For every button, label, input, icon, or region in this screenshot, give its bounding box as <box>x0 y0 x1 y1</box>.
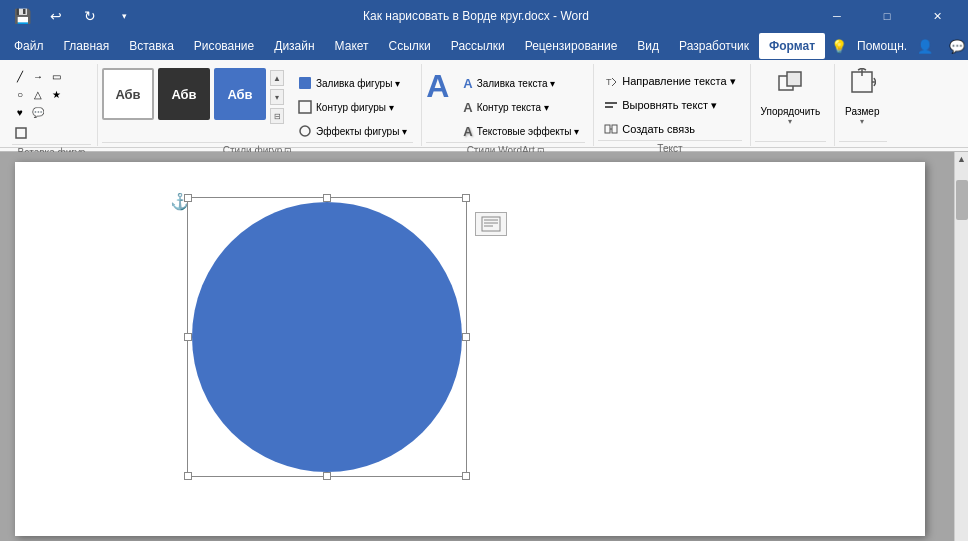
arrange-content: Упорядочить ▾ <box>755 64 827 141</box>
text-effect-btn[interactable]: A Текстовые эффекты ▾ <box>457 120 585 142</box>
shape-effect-btn[interactable]: Эффекты фигуры ▾ <box>292 120 413 142</box>
arrange-label: Упорядочить <box>761 106 821 117</box>
star-shape[interactable]: ★ <box>48 86 64 102</box>
size-label: Размер <box>845 106 879 117</box>
handle-mr[interactable] <box>462 333 470 341</box>
handle-tc[interactable] <box>323 194 331 202</box>
menu-layout[interactable]: Макет <box>325 33 379 59</box>
line-shape[interactable]: ╱ <box>12 68 28 84</box>
restore-button[interactable]: □ <box>864 0 910 32</box>
scroll-up-btn[interactable]: ▲ <box>955 152 969 166</box>
text-group-content: T Направление текста ▾ Выровнять текст ▾… <box>598 64 741 140</box>
arrange-btn[interactable]: Упорядочить ▾ <box>755 68 827 126</box>
handle-br[interactable] <box>462 472 470 480</box>
comments-icon[interactable]: 💬 <box>943 33 968 59</box>
align-text-btn[interactable]: Выровнять текст ▾ <box>598 94 723 116</box>
svg-rect-7 <box>605 125 610 133</box>
svg-rect-8 <box>612 125 617 133</box>
size-arrow: ▾ <box>860 117 864 126</box>
svg-point-3 <box>300 126 310 136</box>
menu-references[interactable]: Ссылки <box>379 33 441 59</box>
menu-format[interactable]: Формат <box>759 33 825 59</box>
wordart-content: A A Заливка текста ▾ A Контур текста ▾ A… <box>426 64 585 142</box>
menu-view[interactable]: Вид <box>627 33 669 59</box>
menu-draw[interactable]: Рисование <box>184 33 264 59</box>
shape-style-scroll-down[interactable]: ▾ <box>270 89 284 105</box>
save-button[interactable]: 💾 <box>8 2 36 30</box>
scrollbar-vertical: ▲ <box>954 152 968 541</box>
menu-home[interactable]: Главная <box>54 33 120 59</box>
handle-bc[interactable] <box>323 472 331 480</box>
menu-mailings[interactable]: Рассылки <box>441 33 515 59</box>
size-btn[interactable]: Размер ▾ <box>839 68 885 126</box>
insert-shapes-content: ╱ → ▭ ○ △ ★ ♥ 💬 <box>12 64 76 144</box>
create-link-label: Создать связь <box>622 123 695 135</box>
circle-shape[interactable] <box>192 202 462 472</box>
create-link-btn[interactable]: Создать связь <box>598 118 701 140</box>
heart-shape[interactable]: ♥ <box>12 104 28 120</box>
shape-style-scroll-up[interactable]: ▲ <box>270 70 284 86</box>
triangle-shape[interactable]: △ <box>30 86 46 102</box>
circle-shape-btn[interactable]: ○ <box>12 86 28 102</box>
shape-style-3[interactable]: Абв <box>214 68 266 120</box>
menu-design[interactable]: Дизайн <box>264 33 324 59</box>
shape-style-scroll: ▲ ▾ ⊟ <box>270 68 284 126</box>
help-bulb-icon[interactable]: 💡 <box>825 33 853 59</box>
shape-fill-btn[interactable]: Заливка фигуры ▾ <box>292 72 413 94</box>
menu-insert[interactable]: Вставка <box>119 33 184 59</box>
minimize-button[interactable]: ─ <box>814 0 860 32</box>
svg-rect-18 <box>482 217 500 231</box>
svg-rect-1 <box>299 77 311 89</box>
shape-style-2[interactable]: Абв <box>158 68 210 120</box>
svg-rect-10 <box>787 72 801 86</box>
effect-icon <box>298 124 312 138</box>
callout-shape[interactable]: 💬 <box>30 104 46 120</box>
text-fill-btn[interactable]: A Заливка текста ▾ <box>457 72 585 94</box>
ribbon-group-text: T Направление текста ▾ Выровнять текст ▾… <box>594 64 750 146</box>
floating-icon-svg <box>481 216 501 232</box>
text-direction-icon: T <box>604 74 618 88</box>
handle-tr[interactable] <box>462 194 470 202</box>
text-direction-btn[interactable]: T Направление текста ▾ <box>598 70 741 92</box>
wordart-large-a[interactable]: A <box>426 70 449 102</box>
arrow-shape[interactable]: → <box>30 68 46 84</box>
handle-bl[interactable] <box>184 472 192 480</box>
align-text-label: Выровнять текст ▾ <box>622 99 717 112</box>
quick-access-toolbar: 💾 ↩ ↻ ▾ <box>8 2 138 30</box>
menu-review[interactable]: Рецензирование <box>515 33 628 59</box>
customize-quick-access-button[interactable]: ▾ <box>110 2 138 30</box>
shape-styles-content: Абв Абв Абв ▲ ▾ ⊟ Заливка фигуры ▾ <box>102 64 413 142</box>
scrollbar-thumb[interactable] <box>956 180 968 220</box>
menu-file[interactable]: Файл <box>4 33 54 59</box>
arrange-svg <box>775 68 805 98</box>
svg-rect-5 <box>605 102 617 104</box>
create-link-icon <box>604 122 618 136</box>
ribbon-group-size: Размер ▾ <box>835 64 895 146</box>
text-effect-a-icon: A <box>463 124 472 139</box>
fill-icon <box>298 76 312 90</box>
ribbon: ╱ → ▭ ○ △ ★ ♥ 💬 Вставка фигур Абв <box>0 60 968 148</box>
text-outline-btn[interactable]: A Контур текста ▾ <box>457 96 585 118</box>
menu-developer[interactable]: Разработчик <box>669 33 759 59</box>
text-fill-a-icon: A <box>463 76 472 91</box>
shape-style-dropdown[interactable]: ⊟ <box>270 108 284 124</box>
rect-shape[interactable]: ▭ <box>48 68 64 84</box>
account-icon[interactable]: 👤 <box>911 33 939 59</box>
shape-fill-label: Заливка фигуры ▾ <box>316 78 400 89</box>
shape-effect-label: Эффекты фигуры ▾ <box>316 126 407 137</box>
svg-rect-2 <box>299 101 311 113</box>
undo-button[interactable]: ↩ <box>42 2 70 30</box>
handle-ml[interactable] <box>184 333 192 341</box>
close-button[interactable]: ✕ <box>914 0 960 32</box>
edit-shape-btn[interactable] <box>12 122 76 144</box>
redo-button[interactable]: ↻ <box>76 2 104 30</box>
shape-style-1[interactable]: Абв <box>102 68 154 120</box>
shape-outline-btn[interactable]: Контур фигуры ▾ <box>292 96 413 118</box>
help-text[interactable]: Помощн. <box>857 39 907 53</box>
window-controls: ─ □ ✕ <box>814 0 960 32</box>
arrange-label-wrapper <box>755 141 827 146</box>
size-icon <box>848 68 876 104</box>
anchor-icon: ⚓ <box>170 192 190 211</box>
canvas-area: ⚓ <box>0 152 968 541</box>
outline-icon <box>298 100 312 114</box>
